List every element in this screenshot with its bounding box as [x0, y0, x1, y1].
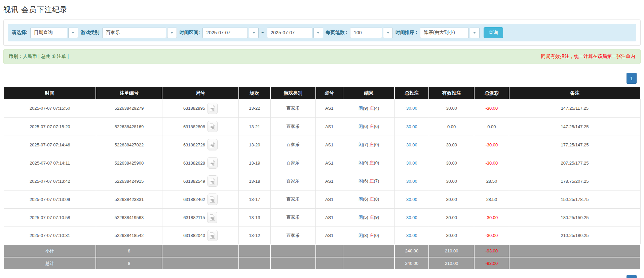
total-bet-link[interactable]: 30.00: [406, 161, 417, 166]
cell-table-no: AS1: [316, 117, 343, 136]
cell-table-no: AS1: [316, 99, 343, 117]
page-number-button[interactable]: 1: [627, 73, 637, 84]
col-header-bet-id: 注单编号: [96, 87, 162, 99]
cell-valid-bet: 30.00: [429, 172, 474, 190]
summary-count: 8: [96, 257, 162, 270]
video-file-icon: [210, 178, 215, 185]
result-player-label: 闲: [358, 178, 363, 183]
chevron-down-icon[interactable]: [383, 28, 393, 38]
col-header-remark: 备注: [509, 87, 640, 99]
game-category-value[interactable]: 百家乐: [102, 28, 166, 38]
filter-bar: 请选择: 日期查询 游戏类别 百家乐 时间区间: 2025-07-07 ~ 20…: [8, 24, 636, 41]
summary-bar: 币别：人民币 | 总共 :8 注单 | 同局有效投注，统一计算在该局第一张注单内: [3, 49, 641, 64]
cell-valid-bet: 0.00: [429, 117, 474, 136]
query-type-select[interactable]: 日期查询: [30, 28, 78, 38]
result-player-score: (9): [363, 106, 368, 111]
video-file-icon: [210, 160, 215, 167]
total-bet-link[interactable]: 30.00: [406, 124, 417, 129]
total-bet-link[interactable]: 30.00: [406, 197, 417, 202]
table-body: 2025-07-07 07:15:50 522638429279 6318828…: [4, 99, 640, 245]
video-replay-button[interactable]: [207, 194, 218, 205]
time-order-select[interactable]: 降幂(由大到小): [420, 28, 480, 38]
result-player-label: 闲: [358, 197, 363, 202]
video-replay-button[interactable]: [207, 103, 218, 114]
cell-round-id: 631882115: [162, 208, 238, 227]
cell-table-no: AS1: [316, 136, 343, 154]
date-to-value[interactable]: 2025-07-07: [267, 28, 312, 38]
cell-bet-id: 522638428169: [96, 117, 162, 136]
page-size-label: 每页笔数 :: [326, 30, 348, 36]
result-banker-score: (0): [374, 233, 379, 238]
col-header-time: 时间: [4, 87, 96, 99]
page-size-value[interactable]: 100: [350, 28, 382, 38]
page-number-button[interactable]: 1: [627, 275, 637, 278]
result-banker-label: 庄: [369, 215, 374, 220]
cell-time: 2025-07-07 07:10:31: [4, 227, 96, 245]
result-banker-score: (0): [374, 160, 379, 165]
page-size-select[interactable]: 100: [350, 28, 393, 38]
time-order-value[interactable]: 降幂(由大到小): [420, 28, 469, 38]
round-id-value: 631882628: [183, 161, 205, 166]
cell-session: 13-19: [239, 154, 271, 172]
result-banker-label: 庄: [369, 124, 374, 129]
cell-time: 2025-07-07 07:13:09: [4, 190, 96, 208]
video-replay-button[interactable]: [207, 139, 218, 150]
total-bet-link[interactable]: 30.00: [406, 106, 417, 111]
query-type-label: 请选择:: [12, 30, 28, 36]
total-bet-link[interactable]: 30.00: [406, 215, 417, 220]
cell-payout: -30.00: [474, 136, 509, 154]
cell-session: 13-12: [239, 227, 271, 245]
game-category-label: 游戏类别: [81, 30, 100, 36]
result-banker-label: 庄: [369, 233, 374, 238]
search-button[interactable]: 查询: [484, 27, 503, 38]
query-type-value[interactable]: 日期查询: [30, 28, 67, 38]
total-bet-link[interactable]: 30.00: [406, 233, 417, 238]
cell-valid-bet: 30.00: [429, 154, 474, 172]
date-from-select[interactable]: 2025-07-07: [202, 28, 259, 38]
chevron-down-icon[interactable]: [313, 28, 323, 38]
video-replay-button[interactable]: [207, 212, 217, 223]
result-banker-score: (9): [374, 215, 379, 220]
chevron-down-icon[interactable]: [249, 28, 259, 38]
result-player-score: (7): [363, 142, 368, 147]
col-header-valid-bet: 有效投注: [429, 87, 474, 99]
cell-result: 闲(6) 庄(6): [343, 117, 394, 136]
cell-bet-id: 522638429279: [96, 99, 162, 117]
cell-time: 2025-07-07 07:14:11: [4, 154, 96, 172]
total-bet-link[interactable]: 30.00: [406, 142, 417, 147]
video-replay-button[interactable]: [207, 175, 218, 187]
cell-table-no: AS1: [316, 208, 343, 227]
summary-count: 8: [96, 245, 162, 257]
cell-total-bet: 30.00: [394, 227, 429, 245]
table-row: 2025-07-07 07:10:58 522638419563 6318821…: [4, 208, 640, 227]
summary-note: 同局有效投注，统一计算在该局第一张注单内: [541, 54, 635, 60]
chevron-down-icon[interactable]: [167, 28, 177, 38]
date-to-select[interactable]: 2025-07-07: [267, 28, 323, 38]
game-category-select[interactable]: 百家乐: [102, 28, 177, 38]
table-row: 2025-07-07 07:13:09 522638423831 6318824…: [4, 190, 640, 208]
cell-remark: 210.25/180.25: [509, 227, 640, 245]
cell-round-id: 631882462: [162, 190, 238, 208]
video-replay-button[interactable]: [207, 230, 218, 241]
filter-panel: 请选择: 日期查询 游戏类别 百家乐 时间区间: 2025-07-07 ~ 20…: [3, 20, 641, 46]
cell-time: 2025-07-07 07:14:46: [4, 136, 96, 154]
total-bet-link[interactable]: 30.00: [406, 179, 417, 184]
cell-result: 闲(5) 庄(9): [343, 208, 394, 227]
cell-payout: 0.00: [474, 117, 509, 136]
result-banker-label: 庄: [369, 178, 374, 183]
cell-total-bet: 30.00: [394, 190, 429, 208]
video-replay-button[interactable]: [207, 157, 218, 169]
cell-game: 百家乐: [270, 154, 315, 172]
video-replay-button[interactable]: [207, 121, 218, 132]
col-header-result: 结果: [343, 87, 394, 99]
cell-payout: -30.00: [474, 208, 509, 227]
chevron-down-icon[interactable]: [470, 28, 480, 38]
date-from-value[interactable]: 2025-07-07: [202, 28, 248, 38]
video-file-icon: [210, 141, 215, 148]
cell-round-id: 631882895: [162, 99, 238, 117]
table-row: 2025-07-07 07:15:20 522638428169 6318828…: [4, 117, 640, 136]
chevron-down-icon[interactable]: [68, 28, 78, 38]
summary-payout: -93.00: [474, 257, 509, 270]
cell-total-bet: 30.00: [394, 136, 429, 154]
summary-total-bet: 240.00: [394, 257, 429, 270]
